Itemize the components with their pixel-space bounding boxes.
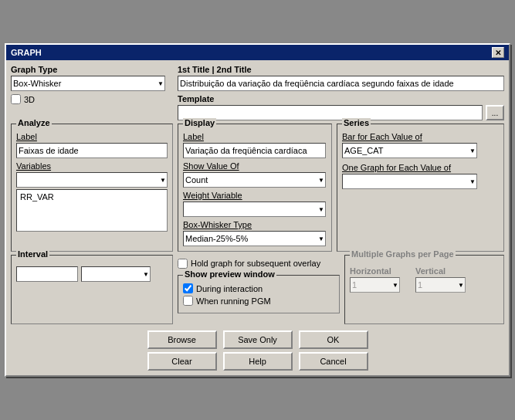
weight-variable-label: Weight Variable [183, 191, 327, 200]
graph-type-label: Graph Type [11, 65, 173, 74]
hold-graph-checkbox-label[interactable]: Hold graph for subsequent overlay [178, 258, 340, 269]
cancel-label: Cancel [320, 357, 346, 366]
bar-for-label: Bar for Each Value of [342, 132, 499, 141]
browse-button[interactable]: Browse [147, 330, 217, 349]
running-pgm-label: When running PGM [196, 296, 271, 306]
weight-variable-select[interactable] [183, 202, 326, 217]
hold-graph-checkbox[interactable] [178, 259, 188, 269]
horizontal-label: Horizontal [350, 266, 400, 276]
3d-checkbox-label[interactable]: 3D [11, 94, 173, 104]
vertical-select[interactable]: 1 2 3 [415, 277, 466, 293]
save-only-button[interactable]: Save Only [223, 330, 293, 349]
3d-checkbox[interactable] [11, 94, 21, 104]
cancel-button[interactable]: Cancel [299, 352, 368, 371]
graph-type-select[interactable]: Box-Whisker Bar Line [11, 76, 165, 91]
during-interaction-label: During interaction [196, 284, 263, 293]
variables-listbox: RR_VAR [16, 189, 168, 232]
box-whisker-type-label: Box-Whisker Type [183, 220, 327, 229]
bar-for-select[interactable]: AGE_CAT [342, 143, 477, 158]
browse-label: Browse [168, 335, 196, 344]
help-button[interactable]: Help [223, 352, 293, 371]
variables-select[interactable] [16, 172, 168, 188]
ok-button[interactable]: OK [299, 330, 368, 349]
template-input[interactable] [178, 105, 483, 120]
analyze-label-input[interactable] [16, 143, 168, 158]
interval-input1[interactable] [16, 266, 78, 282]
title-label: 1st Title | 2nd Title [178, 65, 504, 74]
series-group-label: Series [342, 118, 371, 127]
template-browse-button[interactable]: ... [486, 105, 504, 120]
variables-label: Variables [16, 161, 168, 171]
analyze-group-label: Analyze [16, 118, 52, 127]
help-label: Help [249, 357, 266, 366]
vertical-label: Vertical [415, 266, 466, 276]
display-label-field: Label [183, 132, 327, 141]
clear-button[interactable]: Clear [147, 352, 217, 371]
save-only-label: Save Only [238, 335, 277, 344]
interval-label: Interval [16, 249, 49, 259]
during-interaction-checkbox[interactable] [183, 283, 193, 293]
title-input[interactable] [178, 76, 504, 91]
preview-group-label: Show preview window [183, 269, 276, 279]
show-value-select[interactable]: Count Mean Median Sum Percent [183, 172, 326, 188]
during-label: During interaction [196, 284, 263, 293]
3d-label: 3D [24, 95, 35, 104]
close-button[interactable]: ✕ [492, 47, 504, 58]
horizontal-select[interactable]: 1 2 3 [350, 277, 400, 293]
show-value-of-label: Show Value Of [183, 161, 327, 171]
display-group-label: Display [183, 118, 216, 127]
interval-select[interactable] [81, 266, 151, 282]
window-title: GRAPH [11, 48, 42, 57]
one-graph-select[interactable] [342, 174, 477, 189]
listbox-item[interactable]: RR_VAR [19, 191, 165, 202]
multiple-graphs-label: Multiple Graphs per Page [350, 249, 456, 259]
hold-graph-label: Hold graph for subsequent overlay [191, 258, 320, 269]
titlebar: GRAPH ✕ [6, 45, 509, 60]
one-graph-label: One Graph for Each Value of [342, 163, 499, 172]
running-label: When running PGM [196, 296, 271, 306]
clear-label: Clear [171, 357, 191, 366]
box-whisker-select[interactable]: Median-25%-5% Mean-SD Mean-SE Mean-Range [183, 231, 326, 246]
template-label: Template [178, 94, 504, 103]
main-window: GRAPH ✕ Graph Type Box-Whisker Bar Line … [5, 43, 510, 377]
analyze-label-field: Label [16, 132, 168, 141]
ok-label: OK [327, 335, 340, 344]
running-pgm-checkbox[interactable] [183, 296, 193, 306]
display-label-input[interactable] [183, 143, 326, 158]
